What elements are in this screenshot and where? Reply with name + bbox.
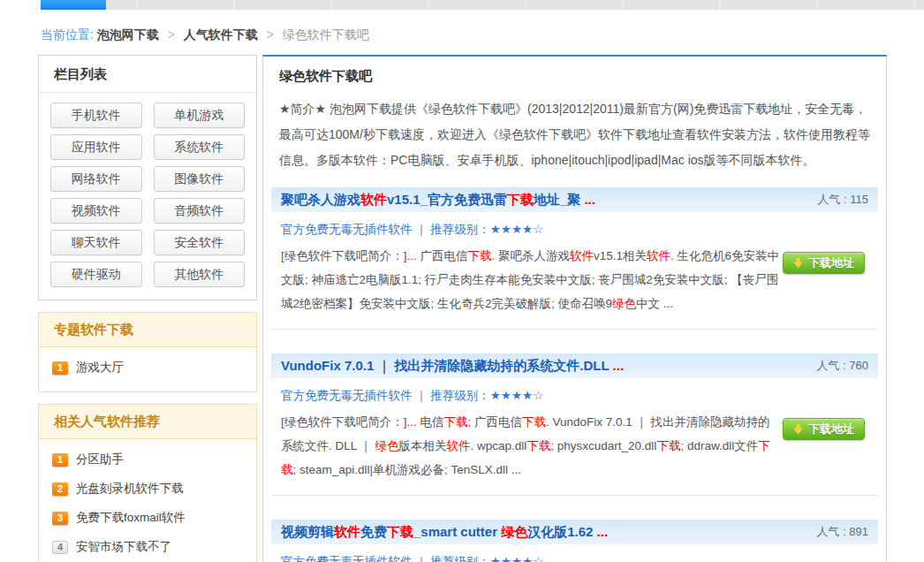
download-button-wrap: 下载地址 xyxy=(783,244,868,274)
sidebar: 栏目列表 手机软件 单机游戏 应用软件 系统软件 网络软件 图像软件 视频软件 … xyxy=(38,55,257,562)
download-item-title-link[interactable]: VundoFix 7.0.1 ｜ 找出并清除隐藏劫持的系统文件.DLL ... xyxy=(281,358,624,375)
item-divider xyxy=(271,495,878,496)
list-item[interactable]: 1 游戏大厅 xyxy=(52,360,243,376)
category-button-security[interactable]: 安全软件 xyxy=(154,230,246,255)
popularity-count: 人气 : 891 xyxy=(816,524,868,540)
list-item[interactable]: 2 光盘刻录机软件下载 xyxy=(52,481,243,497)
download-item-description: [绿色软件下载吧简介：]... 广西电信下载. 聚吧杀人游戏软件v15.1相关软… xyxy=(281,244,781,315)
category-button-chat[interactable]: 聊天软件 xyxy=(50,230,142,255)
download-item-title-link[interactable]: 视频剪辑软件免费下载_smart cutter 绿色汉化版1.62 ... xyxy=(281,524,608,541)
popularity-count: 人气 : 760 xyxy=(816,358,868,374)
list-item-label: 免费下载foxmail软件 xyxy=(76,510,186,526)
breadcrumb-separator: > xyxy=(163,27,180,42)
rank-badge: 1 xyxy=(52,361,68,375)
download-address-button[interactable]: 下载地址 xyxy=(783,418,865,440)
download-item-body: [绿色软件下载吧简介：]... 电信下载; 广西电信下载. VundoFix 7… xyxy=(281,410,868,482)
category-button-other[interactable]: 其他软件 xyxy=(154,262,246,287)
top-nav-bar xyxy=(41,0,924,10)
download-item-header: 视频剪辑软件免费下载_smart cutter 绿色汉化版1.62 ... 人气… xyxy=(271,520,878,544)
download-item-description: [绿色软件下载吧简介：]... 电信下载; 广西电信下载. VundoFix 7… xyxy=(281,410,781,482)
list-item[interactable]: 1 分区助手 xyxy=(52,452,243,467)
breadcrumb-link-home[interactable]: 泡泡网下载 xyxy=(97,27,159,42)
page-title: 绿色软件下载吧 xyxy=(279,68,870,85)
breadcrumb-separator: > xyxy=(261,27,279,42)
category-button-application[interactable]: 应用软件 xyxy=(50,134,142,160)
download-item-meta: 官方免费无毒无插件软件 ｜ 推荐级别：★★★★☆ xyxy=(281,388,868,404)
rank-badge: 4 xyxy=(52,541,68,554)
category-list-title: 栏目列表 xyxy=(39,56,256,93)
category-button-system[interactable]: 系统软件 xyxy=(154,134,246,160)
rank-badge: 1 xyxy=(52,453,68,467)
category-button-mobile[interactable]: 手机软件 xyxy=(50,103,142,128)
special-topics-box: 专题软件下载 1 游戏大厅 xyxy=(38,312,257,392)
category-button-drivers[interactable]: 硬件驱动 xyxy=(50,262,142,287)
download-item: 聚吧杀人游戏软件v15.1_官方免费迅雷下载地址_聚 ... 人气 : 115 … xyxy=(263,187,886,315)
download-button-label: 下载地址 xyxy=(808,255,854,271)
nav-active-tab[interactable] xyxy=(41,0,106,10)
item-divider xyxy=(271,329,878,330)
related-software-box: 相关人气软件推荐 1 分区助手 2 光盘刻录机软件下载 3 免费下载foxmai… xyxy=(38,404,257,562)
breadcrumb-label: 当前位置: xyxy=(41,27,94,42)
category-grid: 手机软件 单机游戏 应用软件 系统软件 网络软件 图像软件 视频软件 音频软件 … xyxy=(39,93,256,300)
list-item-label: 光盘刻录机软件下载 xyxy=(76,481,184,497)
download-item: VundoFix 7.0.1 ｜ 找出并清除隐藏劫持的系统文件.DLL ... … xyxy=(263,353,886,482)
download-item-meta: 官方免费无毒无插件软件 ｜ 推荐级别：★★★★☆ xyxy=(281,554,868,562)
popularity-count: 人气 : 115 xyxy=(817,192,868,208)
list-item-label: 分区助手 xyxy=(76,452,124,467)
download-arrow-icon xyxy=(793,258,803,269)
download-address-button[interactable]: 下载地址 xyxy=(783,252,865,274)
download-item: 视频剪辑软件免费下载_smart cutter 绿色汉化版1.62 ... 人气… xyxy=(263,520,886,562)
intro-text: ★简介★ 泡泡网下载提供《绿色软件下载吧》(2013|2012|2011)最新官… xyxy=(279,96,870,173)
download-button-label: 下载地址 xyxy=(808,422,854,437)
download-button-wrap: 下载地址 xyxy=(783,410,868,440)
category-button-audio[interactable]: 音频软件 xyxy=(154,198,246,224)
category-button-video[interactable]: 视频软件 xyxy=(50,198,142,224)
download-arrow-icon xyxy=(793,424,803,435)
related-software-title: 相关人气软件推荐 xyxy=(39,405,256,439)
category-button-image[interactable]: 图像软件 xyxy=(154,166,246,192)
related-software-list: 1 分区助手 2 光盘刻录机软件下载 3 免费下载foxmail软件 4 安智市… xyxy=(39,439,256,562)
download-item-title-link[interactable]: 聚吧杀人游戏软件v15.1_官方免费迅雷下载地址_聚 ... xyxy=(281,192,595,209)
category-list-box: 栏目列表 手机软件 单机游戏 应用软件 系统软件 网络软件 图像软件 视频软件 … xyxy=(38,55,257,300)
list-item[interactable]: 3 免费下载foxmail软件 xyxy=(52,510,243,526)
download-item-header: VundoFix 7.0.1 ｜ 找出并清除隐藏劫持的系统文件.DLL ... … xyxy=(271,353,878,378)
rank-badge: 3 xyxy=(52,512,68,525)
list-item-label: 安智市场下载不了 xyxy=(76,539,171,555)
special-topics-list: 1 游戏大厅 xyxy=(39,347,256,391)
list-item[interactable]: 4 安智市场下载不了 xyxy=(52,539,243,555)
special-topics-title: 专题软件下载 xyxy=(39,313,256,347)
category-button-standalone-games[interactable]: 单机游戏 xyxy=(154,103,246,128)
page: 当前位置: 泡泡网下载 > 人气软件下载 > 绿色软件下载吧 栏目列表 手机软件… xyxy=(0,0,924,562)
breadcrumb-link-category[interactable]: 人气软件下载 xyxy=(184,27,258,42)
download-item-meta: 官方免费无毒无插件软件 ｜ 推荐级别：★★★★☆ xyxy=(281,222,868,238)
download-item-body: [绿色软件下载吧简介：]... 广西电信下载. 聚吧杀人游戏软件v15.1相关软… xyxy=(281,244,868,315)
category-button-network[interactable]: 网络软件 xyxy=(50,166,142,192)
breadcrumb-current: 绿色软件下载吧 xyxy=(283,27,369,42)
download-item-header: 聚吧杀人游戏软件v15.1_官方免费迅雷下载地址_聚 ... 人气 : 115 xyxy=(271,187,878,212)
breadcrumb: 当前位置: 泡泡网下载 > 人气软件下载 > 绿色软件下载吧 xyxy=(41,27,369,43)
main-content: 绿色软件下载吧 ★简介★ 泡泡网下载提供《绿色软件下载吧》(2013|2012|… xyxy=(262,55,887,562)
list-item-label: 游戏大厅 xyxy=(76,360,124,376)
rank-badge: 2 xyxy=(52,482,68,496)
